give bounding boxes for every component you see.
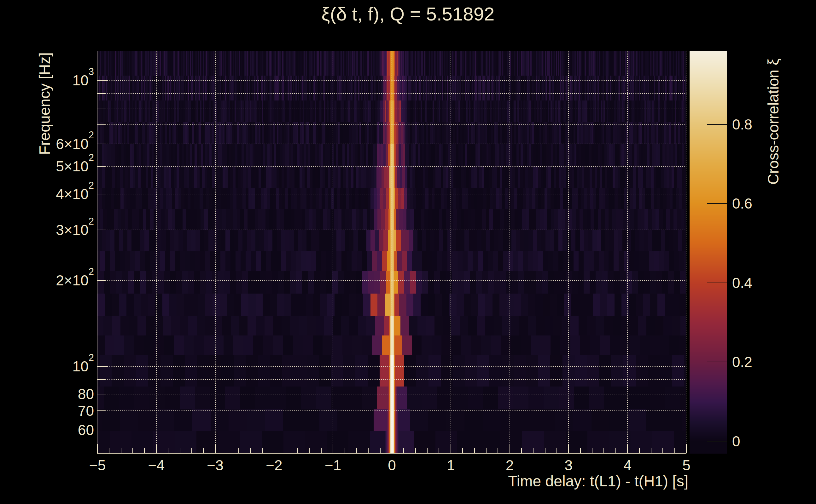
x-major-tick: [686, 444, 687, 453]
x-minor-tick: [486, 448, 486, 453]
x-tick-label: 5: [661, 457, 712, 474]
x-minor-tick: [415, 448, 416, 453]
y-minor-tick: [97, 166, 106, 167]
y-tick-label: 103: [18, 71, 94, 90]
x-minor-tick: [533, 448, 533, 453]
y-tick-exponent: 2: [89, 216, 94, 227]
y-tick-label: 4×102: [18, 184, 94, 204]
x-minor-tick: [262, 448, 263, 453]
y-tick-mantissa: 10: [72, 358, 89, 375]
x-minor-tick: [497, 448, 498, 453]
x-minor-tick: [427, 448, 428, 453]
y-tick-exponent: 2: [89, 180, 94, 191]
x-minor-tick: [580, 448, 581, 453]
x-minor-tick: [345, 448, 345, 453]
x-minor-tick: [321, 448, 322, 453]
plot-title: ξ(δ t, f), Q = 5.51892: [0, 3, 816, 25]
x-major-tick: [509, 444, 510, 453]
y-tick-exponent: 3: [89, 66, 94, 77]
x-minor-tick: [651, 448, 652, 453]
y-minor-tick: [97, 430, 106, 430]
y-tick-mantissa: 2×10: [56, 272, 89, 289]
x-minor-tick: [109, 448, 109, 453]
y-tick-label: 102: [18, 357, 94, 376]
y-major-tick: [97, 366, 108, 367]
colorbar-canvas: [690, 51, 727, 454]
x-minor-tick: [121, 448, 121, 453]
x-minor-tick: [616, 448, 616, 453]
y-tick-mantissa: 70: [78, 403, 94, 419]
x-minor-tick: [545, 448, 545, 453]
x-minor-tick: [521, 448, 522, 453]
x-tick-label: −4: [131, 457, 181, 474]
x-tick-label: −3: [190, 457, 241, 474]
colorbar-title: Cross-correlation ξ: [765, 59, 782, 185]
y-minor-tick: [97, 144, 106, 144]
y-tick-label: 60: [18, 420, 94, 440]
y-minor-tick: [97, 93, 106, 94]
heatmap-canvas: [97, 51, 687, 454]
x-tick-label: 4: [602, 457, 653, 474]
y-tick-exponent: 2: [89, 152, 94, 163]
y-tick-exponent: 2: [89, 129, 94, 140]
x-tick-label: −5: [72, 457, 123, 474]
x-minor-tick: [368, 448, 369, 453]
y-tick-label: 3×102: [18, 220, 94, 240]
x-major-tick: [568, 444, 569, 453]
x-major-tick: [333, 444, 333, 453]
x-minor-tick: [144, 448, 145, 453]
y-tick-label: 2×102: [18, 271, 94, 290]
colorbar-tick-label: 0.4: [732, 274, 752, 292]
y-minor-tick: [97, 124, 106, 125]
y-minor-tick: [97, 194, 106, 194]
x-minor-tick: [380, 448, 381, 453]
x-minor-tick: [556, 448, 557, 453]
y-tick-mantissa: 5×10: [56, 158, 89, 175]
y-minor-tick: [97, 379, 106, 380]
x-tick-label: −1: [308, 457, 358, 474]
x-minor-tick: [403, 448, 404, 453]
colorbar-tick-label: 0.8: [732, 116, 752, 133]
y-tick-label: 70: [18, 401, 94, 421]
y-minor-tick: [97, 230, 106, 230]
y-tick-exponent: 2: [89, 352, 94, 363]
y-minor-tick: [97, 280, 106, 281]
x-minor-tick: [356, 448, 357, 453]
y-tick-mantissa: 80: [78, 386, 94, 402]
x-minor-tick: [132, 448, 133, 453]
x-tick-label: 2: [485, 457, 535, 474]
x-minor-tick: [286, 448, 286, 453]
x-minor-tick: [239, 448, 239, 453]
x-tick-label: 0: [367, 457, 417, 474]
x-minor-tick: [663, 448, 663, 453]
x-minor-tick: [168, 448, 168, 453]
x-minor-tick: [462, 448, 463, 453]
x-minor-tick: [203, 448, 204, 453]
y-tick-mantissa: 60: [78, 422, 94, 438]
x-minor-tick: [592, 448, 592, 453]
x-minor-tick: [639, 448, 640, 453]
y-tick-mantissa: 6×10: [56, 136, 89, 152]
y-major-tick: [97, 80, 108, 81]
x-major-tick: [215, 444, 216, 453]
colorbar-tick-label: 0: [732, 432, 740, 450]
x-major-tick: [451, 444, 451, 453]
x-minor-tick: [297, 448, 298, 453]
y-minor-tick: [97, 394, 106, 394]
colorbar-tick-label: 0.6: [732, 195, 752, 212]
x-major-tick: [392, 444, 392, 453]
y-tick-label: 6×102: [18, 134, 94, 154]
x-major-tick: [97, 444, 98, 453]
x-tick-label: −2: [249, 457, 299, 474]
x-minor-tick: [191, 448, 192, 453]
x-minor-tick: [227, 448, 227, 453]
x-minor-tick: [250, 448, 251, 453]
x-minor-tick: [474, 448, 475, 453]
y-tick-mantissa: 10: [72, 72, 89, 89]
y-minor-tick: [97, 108, 106, 108]
x-axis-title: Time delay: t(L1) - t(H1) [s]: [378, 473, 688, 490]
x-major-tick: [627, 444, 628, 453]
y-tick-exponent: 2: [89, 266, 94, 277]
qscan-cross-correlation-figure: ξ(δ t, f), Q = 5.51892 Time delay: t(L1)…: [0, 0, 816, 504]
x-tick-label: 1: [426, 457, 476, 474]
